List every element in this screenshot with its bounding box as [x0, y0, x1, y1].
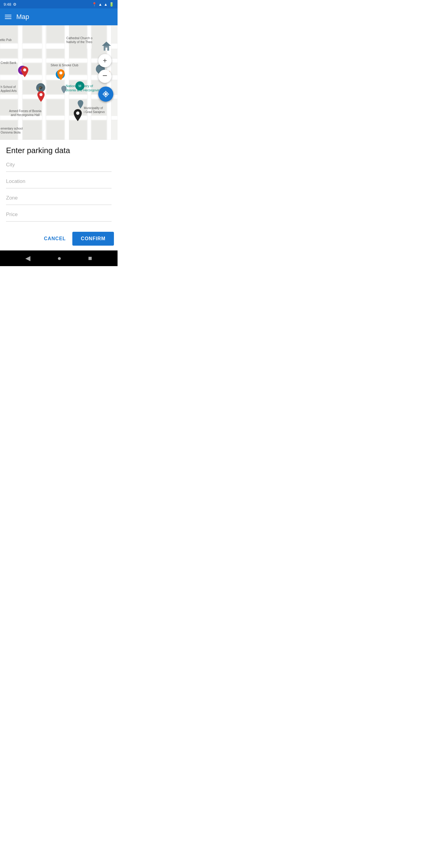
- battery-icon: 🔋: [109, 2, 114, 7]
- svg-rect-17: [69, 25, 87, 58]
- map-pin-current: [73, 109, 83, 121]
- back-button[interactable]: ◀: [25, 254, 30, 262]
- svg-rect-32: [47, 99, 64, 115]
- svg-rect-23: [69, 63, 87, 74]
- svg-rect-37: [47, 121, 64, 140]
- map-view[interactable]: eltic Pub Cathedral Church oNativity of …: [0, 25, 118, 140]
- app-bar: Map: [0, 8, 118, 25]
- form-title: Enter parking data: [6, 146, 112, 155]
- status-bar: 9:48 ⚙ 📍 ▲ ▲ 🔋: [0, 0, 118, 8]
- svg-rect-8: [42, 25, 46, 140]
- svg-rect-18: [47, 25, 64, 43]
- bottom-navigation: ◀ ● ■: [0, 250, 118, 266]
- svg-point-40: [23, 68, 26, 71]
- svg-point-43: [76, 112, 79, 115]
- svg-point-47: [104, 93, 107, 95]
- map-pin-gray: [61, 86, 67, 93]
- svg-rect-16: [47, 49, 64, 58]
- svg-rect-10: [87, 25, 91, 140]
- zoom-out-button[interactable]: −: [98, 70, 112, 83]
- zoom-in-button[interactable]: +: [98, 54, 112, 67]
- svg-rect-15: [23, 49, 41, 58]
- status-time: 9:48: [4, 2, 11, 7]
- action-buttons: CANCEL CONFIRM: [0, 227, 118, 250]
- city-field: [6, 161, 112, 172]
- map-pin-red-2: [37, 91, 45, 102]
- svg-point-41: [59, 71, 62, 74]
- status-bar-left: 9:48 ⚙: [4, 2, 17, 7]
- parking-form: Enter parking data: [0, 140, 118, 221]
- location-input[interactable]: [6, 177, 112, 186]
- svg-marker-45: [102, 41, 111, 46]
- svg-rect-30: [0, 99, 18, 115]
- map-pin-red-1: [21, 66, 29, 77]
- price-field: [6, 210, 112, 221]
- location-icon: 📍: [92, 2, 97, 7]
- svg-point-42: [39, 93, 42, 96]
- svg-rect-25: [0, 81, 18, 94]
- city-input[interactable]: [6, 161, 112, 169]
- svg-rect-39: [92, 121, 106, 140]
- location-button[interactable]: [98, 87, 113, 101]
- svg-rect-14: [0, 49, 18, 58]
- app-bar-title: Map: [16, 13, 29, 21]
- svg-rect-20: [0, 63, 18, 74]
- location-field: [6, 177, 112, 188]
- location-crosshair-icon: [102, 90, 110, 98]
- cancel-button[interactable]: CANCEL: [37, 232, 73, 246]
- svg-rect-12: [0, 25, 18, 43]
- svg-rect-7: [18, 25, 22, 140]
- map-pin-gray-2: [77, 100, 84, 108]
- svg-rect-35: [0, 121, 18, 140]
- signal-icon: ▲: [104, 2, 107, 7]
- recent-button[interactable]: ■: [88, 254, 92, 262]
- svg-rect-13: [23, 25, 41, 43]
- map-museum-icon: M: [75, 82, 84, 90]
- menu-button[interactable]: [5, 15, 11, 19]
- settings-icon: ⚙: [13, 2, 17, 7]
- map-cathedral-icon: [102, 41, 111, 52]
- price-input[interactable]: [6, 210, 112, 219]
- status-bar-right: 📍 ▲ ▲ 🔋: [92, 2, 114, 7]
- svg-rect-46: [105, 48, 107, 51]
- svg-rect-36: [23, 121, 41, 140]
- confirm-button[interactable]: CONFIRM: [72, 232, 114, 246]
- svg-rect-6: [0, 116, 118, 120]
- zone-input[interactable]: [6, 194, 112, 202]
- svg-rect-34: [92, 99, 106, 115]
- svg-rect-38: [69, 121, 87, 140]
- map-controls: + −: [98, 54, 113, 101]
- map-pin-orange: [57, 69, 65, 80]
- zone-field: [6, 194, 112, 205]
- home-button[interactable]: ●: [57, 254, 61, 262]
- wifi-icon: ▲: [98, 2, 102, 7]
- svg-rect-9: [65, 25, 69, 140]
